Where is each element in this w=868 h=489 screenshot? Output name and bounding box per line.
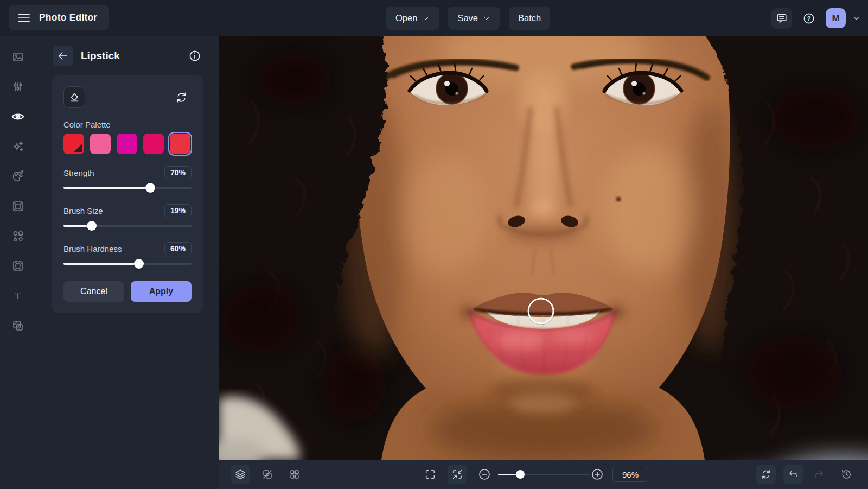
- svg-text:?: ?: [807, 15, 811, 22]
- fit-screen-button[interactable]: [448, 465, 467, 484]
- swatch-custom-color[interactable]: [63, 134, 84, 154]
- grid-icon: [289, 468, 301, 480]
- batch-button[interactable]: Batch: [509, 7, 550, 30]
- text-icon: T: [11, 289, 24, 302]
- layers-icon: [234, 468, 246, 480]
- help-button[interactable]: ?: [799, 8, 819, 29]
- panel-header: Lipstick i: [53, 46, 205, 66]
- fullscreen-icon: [424, 468, 436, 480]
- brush-size-slider-group: Brush Size 19%: [63, 204, 192, 231]
- eraser-button[interactable]: [63, 86, 85, 108]
- hamburger-icon: [17, 12, 31, 24]
- photo-editor-app: Photo Editor Open Save Batch: [0, 0, 868, 489]
- sidebar-item-adjust[interactable]: [6, 75, 30, 99]
- back-button[interactable]: [53, 46, 73, 66]
- tool-sidebar: T: [0, 36, 36, 489]
- color-palette-label: Color Palette: [63, 120, 192, 129]
- topbar-right: ? M: [771, 0, 860, 36]
- beauty-mark: [616, 197, 621, 202]
- zoom-percentage[interactable]: 96%: [612, 467, 648, 482]
- undo-icon: [787, 468, 799, 480]
- photo: [219, 36, 868, 460]
- strength-slider-group: Strength 70%: [63, 166, 192, 193]
- image-icon: [11, 50, 24, 63]
- frame-icon: [11, 200, 24, 213]
- sparkles-icon: [11, 140, 24, 153]
- swatch-red-selected[interactable]: [170, 134, 190, 154]
- save-button[interactable]: Save: [448, 7, 500, 30]
- arrow-left-icon: [57, 50, 69, 62]
- cancel-button[interactable]: Cancel: [63, 281, 124, 302]
- history-button[interactable]: [837, 465, 856, 484]
- app-title: Photo Editor: [39, 12, 97, 23]
- chevron-down-icon: [483, 15, 490, 22]
- reset-tool-button[interactable]: [171, 90, 192, 105]
- fullscreen-button[interactable]: [420, 465, 440, 484]
- strength-label: Strength: [63, 168, 94, 177]
- brush-size-label: Brush Size: [63, 206, 103, 215]
- swatch-deep-pink[interactable]: [143, 134, 164, 154]
- palette-icon: [11, 170, 24, 183]
- save-button-label: Save: [457, 13, 478, 23]
- canvas[interactable]: [219, 36, 868, 460]
- slider-thumb[interactable]: [516, 470, 525, 479]
- undo-button[interactable]: [783, 465, 803, 484]
- brush-size-slider[interactable]: [63, 221, 192, 231]
- account-menu-chevron[interactable]: [852, 14, 860, 22]
- redo-icon: [813, 468, 825, 480]
- brush-size-value[interactable]: 19%: [164, 204, 192, 217]
- sidebar-item-text[interactable]: T: [6, 284, 30, 308]
- sidebar-item-paint[interactable]: [6, 164, 30, 188]
- texture-icon: [11, 259, 24, 272]
- slider-fill: [63, 263, 139, 265]
- slider-fill: [63, 187, 150, 189]
- sidebar-item-overlays[interactable]: [6, 314, 30, 338]
- redo-button[interactable]: [809, 465, 829, 484]
- slider-thumb[interactable]: [87, 221, 97, 231]
- compare-button[interactable]: [258, 465, 277, 484]
- avatar-initial: M: [832, 13, 839, 24]
- sidebar-item-frames[interactable]: [6, 194, 30, 218]
- sliders-icon: [11, 80, 24, 93]
- apply-button[interactable]: Apply: [131, 281, 192, 302]
- panel-title: Lipstick: [81, 50, 120, 62]
- zoom-slider[interactable]: [498, 469, 590, 479]
- sidebar-item-elements[interactable]: [6, 224, 30, 248]
- slider-thumb[interactable]: [134, 259, 144, 269]
- avatar[interactable]: M: [826, 8, 846, 28]
- sidebar-item-photos[interactable]: [6, 45, 30, 69]
- brush-hardness-value[interactable]: 60%: [164, 242, 192, 255]
- open-button-label: Open: [395, 13, 417, 23]
- swatch-pink[interactable]: [90, 134, 111, 154]
- reset-icon: [760, 468, 772, 480]
- canvas-toolbar: 96%: [219, 460, 868, 489]
- main-menu-button[interactable]: Photo Editor: [9, 5, 109, 30]
- brush-hardness-label: Brush Hardness: [63, 244, 122, 253]
- brush-hardness-slider[interactable]: [63, 259, 192, 269]
- strength-slider[interactable]: [63, 183, 192, 193]
- color-swatches: [63, 134, 192, 154]
- comment-icon: [776, 12, 788, 24]
- brush-hardness-slider-group: Brush Hardness 60%: [63, 242, 192, 269]
- svg-text:T: T: [15, 290, 21, 301]
- sidebar-item-retouch[interactable]: [6, 105, 30, 129]
- info-button[interactable]: i: [185, 49, 205, 63]
- strength-value[interactable]: 70%: [164, 166, 192, 179]
- zoom-in-button[interactable]: [588, 465, 607, 484]
- open-button[interactable]: Open: [386, 7, 439, 30]
- swatch-magenta[interactable]: [117, 134, 137, 154]
- reset-changes-button[interactable]: [756, 465, 776, 484]
- help-icon: ?: [802, 12, 815, 25]
- history-icon: [840, 468, 852, 480]
- zoom-out-icon: [478, 468, 491, 481]
- grid-view-button[interactable]: [285, 465, 304, 484]
- topbar-actions: Open Save Batch: [386, 7, 550, 30]
- zoom-out-button[interactable]: [475, 465, 494, 484]
- chevron-down-icon: [422, 15, 430, 22]
- feedback-button[interactable]: [771, 8, 792, 29]
- sidebar-item-textures[interactable]: [6, 254, 30, 278]
- layers-button[interactable]: [231, 465, 250, 484]
- slider-thumb[interactable]: [145, 183, 155, 193]
- info-icon: i: [188, 49, 201, 62]
- sidebar-item-effects[interactable]: [6, 135, 30, 158]
